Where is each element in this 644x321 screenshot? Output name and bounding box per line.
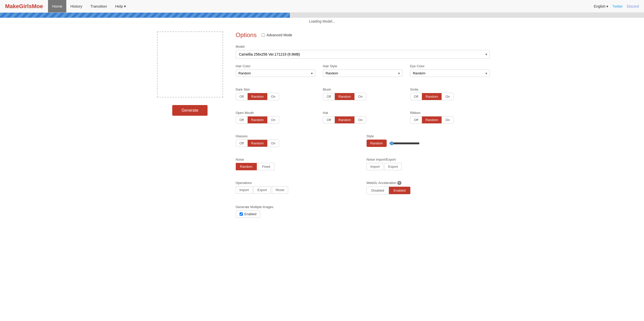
hair-eye-grid: Hair Color RandomBlondeBrownBlackBlue ▾ … — [236, 64, 490, 82]
language-label: English — [594, 4, 605, 8]
webgl-info-icon[interactable]: ? — [397, 181, 401, 185]
hair-color-field: Hair Color RandomBlondeBrownBlackBlue ▾ — [236, 64, 315, 77]
blush-on-btn[interactable]: On — [355, 93, 366, 100]
blush-field: Blush Off Random On — [323, 88, 402, 100]
glasses-off-btn[interactable]: Off — [236, 140, 248, 147]
options-title: Options — [236, 31, 257, 39]
operations-group: Import Export Reset — [236, 186, 359, 194]
generate-multiple-field: Generate Multiple Images Enabled — [236, 205, 490, 218]
ribbon-on-btn[interactable]: On — [442, 116, 453, 123]
hat-off-btn[interactable]: Off — [323, 116, 335, 123]
operations-export-btn[interactable]: Export — [254, 186, 271, 194]
dark-skin-random-btn[interactable]: Random — [248, 93, 268, 100]
navbar-right: English ▾ Twitter Discord — [594, 4, 639, 8]
navbar: MakeGirlsMoe Home History Transition Hel… — [0, 0, 644, 13]
progress-container — [0, 13, 644, 18]
navbar-links: Home History Transition Help ▾ — [48, 0, 130, 12]
open-mouth-random-btn[interactable]: Random — [248, 116, 268, 123]
advanced-mode-label[interactable]: Advanced Mode — [262, 33, 292, 37]
open-mouth-on-btn[interactable]: On — [268, 116, 279, 123]
smile-on-btn[interactable]: On — [442, 93, 453, 100]
hair-style-label: Hair Style — [323, 64, 402, 68]
nav-help[interactable]: Help ▾ — [111, 0, 130, 12]
language-selector[interactable]: English ▾ — [594, 4, 608, 8]
glasses-field: Glasses Off Random On — [236, 134, 359, 147]
advanced-mode-text: Advanced Mode — [266, 33, 292, 37]
hat-label: Hat — [323, 111, 402, 115]
eye-color-select-wrapper: RandomBlueBrown ▾ — [410, 70, 490, 77]
webgl-field: WebGL Acceleration ? Disabled Enabled — [367, 181, 490, 194]
open-mouth-label: Open Mouth — [236, 111, 315, 115]
noise-random-btn[interactable]: Random — [236, 163, 257, 170]
operations-import-btn[interactable]: Import — [236, 186, 253, 194]
hair-color-label: Hair Color — [236, 64, 315, 68]
dark-skin-on-btn[interactable]: On — [268, 93, 279, 100]
smile-field: Smile Off Random On — [410, 88, 490, 100]
noise-label: Noise — [236, 158, 359, 161]
progress-bar — [0, 13, 290, 18]
style-slider[interactable] — [389, 141, 420, 145]
hair-style-select-wrapper: RandomLongShort ▾ — [323, 70, 402, 77]
model-select[interactable]: Camellia 256x256 Ver.171219 (9.9MB) — [236, 50, 490, 59]
nav-home[interactable]: Home — [48, 0, 66, 12]
generate-multiple-enabled-text: Enabled — [244, 212, 257, 216]
noise-import-export-group: Import Export — [367, 163, 490, 170]
twitter-link[interactable]: Twitter — [612, 4, 623, 8]
hair-color-select[interactable]: RandomBlondeBrownBlackBlue — [236, 70, 315, 77]
nav-transition[interactable]: Transition — [86, 0, 111, 12]
ribbon-off-btn[interactable]: Off — [410, 116, 422, 123]
noise-export-btn[interactable]: Export — [384, 163, 402, 170]
noise-import-btn[interactable]: Import — [367, 163, 384, 170]
glasses-toggle-group: Off Random On — [236, 140, 279, 147]
style-label: Style — [367, 134, 490, 138]
operations-field: Operations Import Export Reset — [236, 181, 359, 194]
hair-style-field: Hair Style RandomLongShort ▾ — [323, 64, 402, 77]
model-select-wrapper: Camellia 256x256 Ver.171219 (9.9MB) ▾ — [236, 50, 490, 59]
ribbon-label: Ribbon — [410, 111, 490, 115]
eye-color-field: Eye Color RandomBlueBrown ▾ — [410, 64, 490, 77]
smile-random-btn[interactable]: Random — [422, 93, 442, 100]
main-container: Generate Options Advanced Mode Model Cam… — [144, 26, 500, 228]
options-header: Options Advanced Mode — [236, 31, 490, 39]
glasses-style-grid: Glasses Off Random On Style Random — [236, 134, 490, 153]
ribbon-field: Ribbon Off Random On — [410, 111, 490, 124]
smile-off-btn[interactable]: Off — [410, 93, 422, 100]
progress-text: Loading Model... — [0, 18, 644, 26]
noise-field: Noise Random Fixed — [236, 158, 359, 170]
generate-multiple-label: Generate Multiple Images — [236, 205, 490, 209]
noise-import-export-field: Noise Import/Export Import Export — [367, 158, 490, 170]
generate-multiple-checkbox-label[interactable]: Enabled — [236, 210, 260, 218]
hair-color-select-wrapper: RandomBlondeBrownBlackBlue ▾ — [236, 70, 315, 77]
blush-random-btn[interactable]: Random — [335, 93, 355, 100]
open-mouth-off-btn[interactable]: Off — [236, 116, 248, 123]
glasses-random-btn[interactable]: Random — [248, 140, 268, 147]
nav-history[interactable]: History — [66, 0, 86, 12]
operations-reset-btn[interactable]: Reset — [272, 186, 288, 194]
glasses-label: Glasses — [236, 134, 359, 138]
open-mouth-field: Open Mouth Off Random On — [236, 111, 315, 124]
hair-style-select[interactable]: RandomLongShort — [323, 70, 402, 77]
chevron-down-icon: ▾ — [606, 4, 608, 8]
webgl-toggle-group: Disabled Enabled — [367, 187, 411, 194]
noise-toggle-group: Random Fixed — [236, 163, 359, 170]
glasses-on-btn[interactable]: On — [268, 140, 279, 147]
noise-fixed-btn[interactable]: Fixed — [258, 163, 275, 170]
chevron-down-icon: ▾ — [124, 4, 126, 9]
hat-on-btn[interactable]: On — [355, 116, 366, 123]
brand-logo[interactable]: MakeGirlsMoe — [5, 3, 43, 10]
operations-label: Operations — [236, 181, 359, 185]
webgl-enabled-btn[interactable]: Enabled — [389, 187, 410, 194]
advanced-mode-checkbox[interactable] — [262, 33, 265, 37]
ribbon-random-btn[interactable]: Random — [422, 116, 442, 123]
discord-link[interactable]: Discord — [627, 4, 639, 8]
model-label: Model — [236, 45, 490, 48]
generate-multiple-checkbox[interactable] — [240, 212, 243, 216]
webgl-disabled-btn[interactable]: Disabled — [367, 187, 389, 194]
hat-random-btn[interactable]: Random — [335, 116, 355, 123]
style-random-btn[interactable]: Random — [367, 140, 387, 147]
dark-skin-field: Dark Skin Off Random On — [236, 88, 315, 100]
generate-button[interactable]: Generate — [172, 105, 208, 116]
blush-off-btn[interactable]: Off — [323, 93, 335, 100]
eye-color-select[interactable]: RandomBlueBrown — [410, 70, 490, 77]
dark-skin-off-btn[interactable]: Off — [236, 93, 248, 100]
